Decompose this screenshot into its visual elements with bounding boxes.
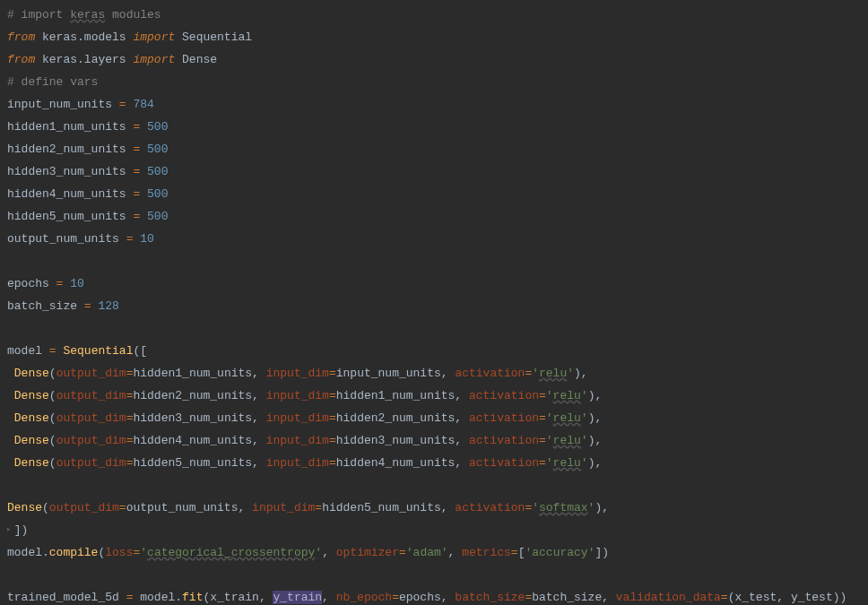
- code-editor[interactable]: # import keras modules from keras.models…: [7, 4, 868, 605]
- code-line[interactable]: [7, 250, 868, 272]
- code-line[interactable]: from keras.models import Sequential: [7, 26, 868, 48]
- code-line[interactable]: [7, 317, 868, 340]
- code-line[interactable]: hidden2_num_units = 500: [7, 138, 868, 160]
- code-line[interactable]: Dense(output_dim=output_num_units, input…: [7, 497, 868, 519]
- keyword-from: from: [7, 30, 35, 44]
- func-sequential: Sequential: [63, 344, 133, 358]
- code-line[interactable]: ▸ ]): [7, 519, 868, 541]
- code-line[interactable]: output_num_units = 10: [7, 228, 868, 250]
- func-dense: Dense: [14, 456, 49, 470]
- code-line[interactable]: from keras.layers import Dense: [7, 48, 868, 71]
- code-line[interactable]: hidden1_num_units = 500: [7, 116, 868, 138]
- code-line[interactable]: # define vars: [7, 71, 868, 93]
- func-fit: fit: [182, 591, 203, 604]
- code-line[interactable]: Dense(output_dim=hidden2_num_units, inpu…: [7, 385, 868, 407]
- code-line[interactable]: # import keras modules: [7, 4, 868, 26]
- keyword-import: import: [133, 53, 175, 66]
- code-line[interactable]: Dense(output_dim=hidden3_num_units, inpu…: [7, 407, 868, 429]
- code-line[interactable]: [7, 474, 868, 497]
- fold-marker-icon[interactable]: ▸: [6, 519, 11, 541]
- code-line[interactable]: model = Sequential([: [7, 340, 868, 362]
- comment-text: # define vars: [7, 75, 98, 89]
- code-line[interactable]: [7, 564, 868, 586]
- code-line[interactable]: model.compile(loss='categorical_crossent…: [7, 541, 868, 564]
- func-dense: Dense: [14, 411, 49, 425]
- code-line[interactable]: hidden3_num_units = 500: [7, 160, 868, 183]
- code-line[interactable]: Dense(output_dim=hidden4_num_units, inpu…: [7, 429, 868, 452]
- code-line[interactable]: Dense(output_dim=hidden5_num_units, inpu…: [7, 452, 868, 474]
- code-line[interactable]: hidden5_num_units = 500: [7, 205, 868, 228]
- comment-text: # import keras modules: [7, 8, 161, 22]
- code-line[interactable]: input_num_units = 784: [7, 93, 868, 116]
- func-dense: Dense: [14, 389, 49, 402]
- func-dense: Dense: [7, 501, 42, 514]
- code-line[interactable]: trained_model_5d = model.fit(x_train, y_…: [7, 586, 868, 605]
- keyword-from: from: [7, 53, 35, 66]
- keyword-import: import: [133, 30, 175, 44]
- code-line[interactable]: batch_size = 128: [7, 295, 868, 317]
- code-line[interactable]: Dense(output_dim=hidden1_num_units, inpu…: [7, 362, 868, 385]
- func-dense: Dense: [14, 367, 49, 380]
- selected-text[interactable]: y_train: [273, 591, 322, 604]
- code-line[interactable]: epochs = 10: [7, 272, 868, 295]
- func-compile: compile: [49, 546, 99, 559]
- code-line[interactable]: hidden4_num_units = 500: [7, 183, 868, 205]
- func-dense: Dense: [14, 434, 49, 447]
